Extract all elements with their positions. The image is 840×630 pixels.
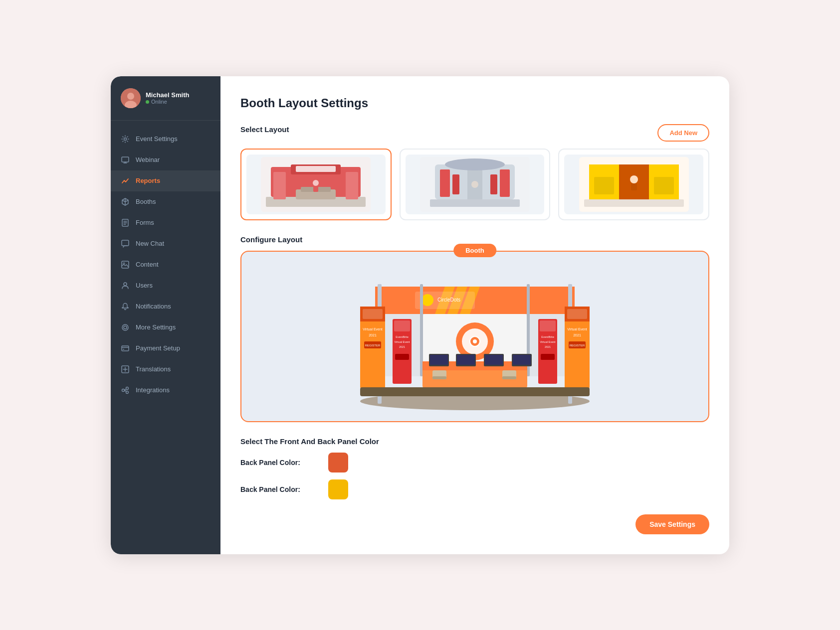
svg-rect-47 [594,177,614,194]
chat-icon [121,239,130,248]
sidebar-item-translations[interactable]: Translations [111,359,220,380]
svg-rect-87 [395,354,409,360]
color-swatch-2[interactable] [328,479,348,499]
more-settings-icon [121,323,130,332]
translate-icon [121,365,130,374]
svg-text:EventBrite: EventBrite [396,335,408,338]
svg-rect-4 [122,157,129,162]
sidebar-label-event-settings: Event Settings [136,135,178,143]
svg-text:2021: 2021 [399,345,405,348]
sidebar-label-new-chat: New Chat [136,240,164,247]
booth-preview-container: Booth [240,251,709,422]
svg-point-27 [313,180,319,186]
sidebar-label-content: Content [136,261,159,268]
svg-rect-13 [123,349,124,350]
layout-card-2[interactable] [400,149,551,220]
svg-rect-49 [584,199,684,207]
svg-point-3 [124,138,127,140]
svg-point-9 [124,283,127,286]
svg-rect-36 [490,174,497,194]
color-section-title: Select The Front And Back Panel Color [240,437,709,446]
svg-text:Virtual Event: Virtual Event [394,340,410,343]
forms-icon [121,218,130,227]
sidebar-item-event-settings[interactable]: Event Settings [111,129,220,150]
svg-text:2021: 2021 [369,333,377,337]
user-profile: Michael Smith Online [111,88,220,121]
sidebar-label-translations: Translations [136,365,171,373]
sidebar-item-payment-setup[interactable]: Payment Setup [111,338,220,359]
sidebar-label-more-settings: More Settings [136,323,176,331]
sidebar-item-forms[interactable]: Forms [111,212,220,233]
svg-text:2021: 2021 [573,333,581,337]
layout-card-1[interactable] [240,149,392,220]
svg-point-45 [630,175,638,183]
svg-text:REGISTER: REGISTER [570,344,585,347]
svg-rect-28 [313,186,318,192]
save-settings-button[interactable]: Save Settings [635,514,709,534]
svg-text:EventBrite: EventBrite [541,335,554,338]
payment-icon [121,344,130,353]
user-status: Online [146,99,189,105]
sidebar-label-payment-setup: Payment Setup [136,344,180,352]
layout-card-3[interactable] [558,149,709,220]
sidebar-item-booths[interactable]: Booths [111,191,220,212]
cube-icon [121,197,130,206]
svg-point-32 [445,158,505,170]
configure-layout-section: Configure Layout Booth [240,235,709,422]
sidebar-label-integrations: Integrations [136,386,170,394]
layout-card-img-3 [564,155,703,214]
sidebar-item-users[interactable]: Users [111,275,220,296]
sidebar-item-notifications[interactable]: Notifications [111,296,220,317]
svg-rect-105 [432,376,446,379]
svg-point-10 [124,326,127,329]
layout-cards [240,149,709,220]
sidebar-item-webinar[interactable]: Webinar [111,150,220,170]
sidebar-label-forms: Forms [136,219,154,226]
color-row-1: Back Panel Color: [240,453,709,472]
sidebar-item-content[interactable]: Content [111,254,220,275]
sidebar-item-new-chat[interactable]: New Chat [111,233,220,254]
color-row-2: Back Panel Color: [240,479,709,499]
user-name: Michael Smith [146,91,189,99]
sidebar-label-booths: Booths [136,198,156,205]
back-panel-color-label-2: Back Panel Color: [240,485,320,493]
svg-rect-12 [122,346,129,351]
svg-point-57 [421,294,433,306]
svg-rect-26 [346,172,358,199]
svg-rect-93 [541,354,555,360]
configure-layout-title: Configure Layout [240,235,709,244]
add-new-button[interactable]: Add New [657,124,709,142]
layout-card-img-1 [246,155,386,214]
svg-point-1 [127,93,134,100]
svg-rect-39 [430,199,520,207]
sidebar-label-users: Users [136,282,153,289]
svg-point-11 [122,324,128,330]
sidebar-item-more-settings[interactable]: More Settings [111,317,220,338]
svg-point-15 [122,389,125,391]
svg-point-37 [471,181,478,188]
color-swatch-1[interactable] [328,453,348,472]
page-title: Booth Layout Settings [240,96,709,110]
svg-rect-6 [122,240,129,246]
sidebar: Michael Smith Online Event Settings [111,76,220,554]
svg-rect-38 [472,188,478,195]
svg-text:CircleDots: CircleDots [437,297,460,303]
booth-badge: Booth [453,244,496,257]
image-icon [121,260,130,269]
svg-rect-34 [500,169,510,197]
settings-icon [121,135,130,144]
svg-rect-99 [457,355,475,365]
svg-rect-25 [273,172,286,199]
sidebar-item-reports[interactable]: Reports [111,170,220,191]
monitor-icon [121,156,130,164]
integrations-icon [121,386,130,395]
sidebar-item-integrations[interactable]: Integrations [111,380,220,401]
sidebar-label-reports: Reports [136,177,160,184]
user-icon [121,281,130,290]
user-info: Michael Smith Online [146,91,189,105]
svg-text:Virtual Event: Virtual Event [567,327,587,331]
status-indicator [146,100,149,104]
svg-rect-108 [360,387,590,396]
chart-icon [121,176,130,185]
svg-rect-21 [296,166,336,172]
